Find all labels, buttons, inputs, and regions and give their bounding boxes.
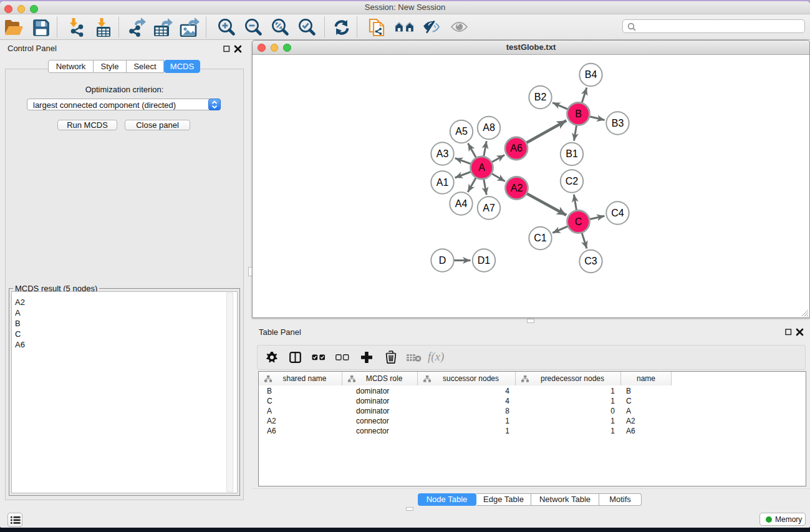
svg-text:D: D — [439, 255, 446, 266]
svg-text:A6: A6 — [510, 143, 523, 153]
svg-text:B: B — [575, 109, 582, 119]
svg-text:C2: C2 — [566, 176, 579, 186]
svg-text:C4: C4 — [611, 208, 624, 218]
svg-text:A5: A5 — [455, 126, 468, 137]
svg-text:C: C — [575, 216, 582, 227]
svg-text:A: A — [478, 162, 485, 173]
svg-text:A3: A3 — [436, 148, 449, 159]
svg-text:C3: C3 — [584, 256, 597, 266]
svg-text:B1: B1 — [566, 148, 578, 159]
svg-text:D1: D1 — [478, 255, 491, 266]
svg-text:A4: A4 — [455, 198, 468, 209]
svg-text:B2: B2 — [534, 92, 547, 102]
svg-text:B3: B3 — [612, 118, 624, 128]
svg-text:A8: A8 — [483, 122, 495, 133]
svg-text:A1: A1 — [436, 177, 449, 188]
svg-text:B4: B4 — [585, 69, 597, 80]
svg-text:C1: C1 — [534, 233, 547, 243]
svg-text:A2: A2 — [511, 183, 523, 193]
svg-text:A7: A7 — [483, 203, 495, 213]
